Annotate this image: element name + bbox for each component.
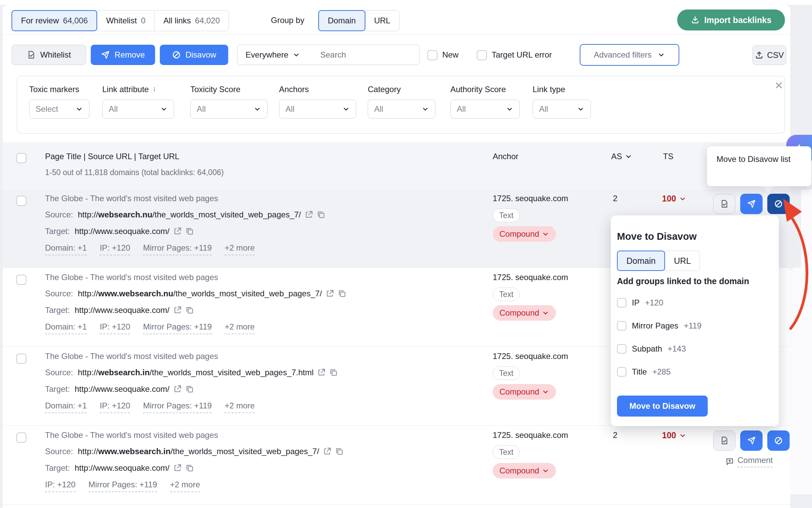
disavow-button[interactable]: Disavow xyxy=(160,45,228,65)
as-value: 2 xyxy=(613,430,617,440)
row-checkbox[interactable] xyxy=(16,196,26,206)
external-link-icon[interactable] xyxy=(173,306,182,315)
source-url[interactable]: http://websearch.nu/the_worlds_most_visi… xyxy=(78,210,301,219)
target-url[interactable]: http://www.seoquake.com/ xyxy=(74,305,169,315)
compound-badge[interactable]: Compound xyxy=(493,226,556,242)
copy-icon[interactable] xyxy=(338,289,346,298)
target-url-error-checkbox[interactable] xyxy=(477,50,487,60)
source-url[interactable]: http://websearch.in/the_worlds_most_visi… xyxy=(78,368,314,377)
group-link-ip[interactable]: IP: +120 xyxy=(100,401,130,413)
link-attribute-select[interactable]: All xyxy=(102,100,174,119)
remove-button[interactable]: Remove xyxy=(91,45,155,65)
anchors-select[interactable]: All xyxy=(279,100,356,119)
link-type-select[interactable]: All xyxy=(533,100,591,119)
close-filters-icon[interactable]: ✕ xyxy=(773,79,785,91)
tab-for-review[interactable]: For review 64,006 xyxy=(12,10,97,31)
copy-icon[interactable] xyxy=(185,385,194,394)
remove-row-button[interactable] xyxy=(740,430,763,451)
external-link-icon[interactable] xyxy=(173,227,182,236)
group-link-ip[interactable]: IP: +120 xyxy=(45,480,76,492)
ts-value[interactable]: 100 xyxy=(662,430,686,440)
ip-checkbox[interactable] xyxy=(617,298,626,308)
info-icon[interactable] xyxy=(151,86,157,92)
tab-all-links[interactable]: All links 64,020 xyxy=(154,10,229,31)
external-link-icon[interactable] xyxy=(173,464,182,472)
target-url[interactable]: http://www.seoquake.com/ xyxy=(74,463,169,473)
target-url-error-label: Target URL error xyxy=(492,50,552,60)
group-link-mirror-pages[interactable]: Mirror Pages: +119 xyxy=(143,243,212,255)
comment-link[interactable]: Comment xyxy=(725,456,773,467)
select-all-checkbox[interactable] xyxy=(16,153,26,163)
row-checkbox[interactable] xyxy=(16,275,26,285)
source-url[interactable]: http://www.websearch.nu/the_worlds_most_… xyxy=(78,289,322,298)
group-link-more[interactable]: +2 more xyxy=(170,480,200,492)
group-link-domain[interactable]: Domain: +1 xyxy=(45,401,87,413)
compound-badge[interactable]: Compound xyxy=(493,463,556,479)
disavow-row-button[interactable] xyxy=(767,430,790,451)
subpath-checkbox[interactable] xyxy=(617,344,626,354)
group-link-more[interactable]: +2 more xyxy=(225,322,255,334)
target-url[interactable]: http://www.seoquake.com/ xyxy=(74,227,169,236)
column-header-as[interactable]: AS xyxy=(611,152,632,161)
group-link-domain[interactable]: Domain: +1 xyxy=(45,322,87,334)
row-checkbox[interactable] xyxy=(16,432,26,443)
copy-icon[interactable] xyxy=(335,447,344,456)
external-link-icon[interactable] xyxy=(317,368,326,377)
compound-badge[interactable]: Compound xyxy=(493,384,556,400)
row-checkbox[interactable] xyxy=(16,354,26,364)
group-link-mirror-pages[interactable]: Mirror Pages: +119 xyxy=(88,480,157,492)
mirror-pages-count: +119 xyxy=(684,321,701,331)
category-select[interactable]: All xyxy=(368,100,435,119)
chevron-down-icon xyxy=(679,432,686,439)
whitelist-button[interactable]: Whitelist xyxy=(12,45,86,65)
target-url[interactable]: http://www.seoquake.com/ xyxy=(74,384,169,394)
csv-export-button[interactable]: CSV xyxy=(752,45,786,65)
toxic-markers-select[interactable]: Select xyxy=(29,100,89,119)
copy-icon[interactable] xyxy=(185,227,194,236)
compound-badge[interactable]: Compound xyxy=(493,305,556,321)
copy-icon[interactable] xyxy=(185,464,194,472)
copy-icon[interactable] xyxy=(185,306,194,315)
group-by-domain[interactable]: Domain xyxy=(318,10,365,31)
search-scope-select[interactable]: Everywhere xyxy=(237,45,308,65)
popup-option-subpath: Subpath +143 xyxy=(617,344,686,354)
disavow-row-button-active[interactable] xyxy=(767,194,790,214)
popup-tab-url[interactable]: URL xyxy=(665,251,700,271)
search-input[interactable] xyxy=(315,50,431,60)
external-link-icon[interactable] xyxy=(304,210,313,219)
sort-chevron-icon xyxy=(625,153,632,160)
chevron-down-icon xyxy=(577,105,584,113)
tab-whitelist[interactable]: Whitelist 0 xyxy=(97,10,154,31)
group-link-more[interactable]: +2 more xyxy=(225,401,255,413)
remove-row-button[interactable] xyxy=(740,194,763,214)
group-by-url[interactable]: URL xyxy=(365,10,400,31)
mirror-pages-checkbox[interactable] xyxy=(617,321,626,331)
whitelist-button-label: Whitelist xyxy=(40,50,71,60)
copy-icon[interactable] xyxy=(329,368,338,377)
external-link-icon[interactable] xyxy=(323,447,332,456)
header-divider xyxy=(3,35,790,35)
group-link-mirror-pages[interactable]: Mirror Pages: +119 xyxy=(143,401,212,413)
popup-move-to-disavow-button[interactable]: Move to Disavow xyxy=(617,396,708,417)
whitelist-row-button[interactable] xyxy=(713,194,735,214)
group-link-mirror-pages[interactable]: Mirror Pages: +119 xyxy=(143,322,212,334)
group-link-domain[interactable]: Domain: +1 xyxy=(45,243,87,255)
whitelist-row-button[interactable] xyxy=(713,430,735,451)
group-link-ip[interactable]: IP: +120 xyxy=(100,243,130,255)
group-link-more[interactable]: +2 more xyxy=(225,243,255,255)
group-link-ip[interactable]: IP: +120 xyxy=(100,322,130,334)
authority-score-select[interactable]: All xyxy=(450,100,520,119)
import-backlinks-button[interactable]: Import backlinks xyxy=(677,9,785,30)
anchors-value: All xyxy=(285,104,295,114)
advanced-filters-button[interactable]: Advanced filters xyxy=(580,44,679,66)
new-checkbox[interactable] xyxy=(427,50,437,60)
external-link-icon[interactable] xyxy=(173,385,182,394)
link-type-label: Link type xyxy=(533,85,565,94)
source-url[interactable]: http://www.websearch.in/the_worlds_most_… xyxy=(78,447,319,456)
ts-value[interactable]: 100 xyxy=(662,194,686,204)
popup-tab-domain[interactable]: Domain xyxy=(617,251,665,271)
toxicity-score-select[interactable]: All xyxy=(190,100,268,119)
title-checkbox[interactable] xyxy=(617,367,626,377)
external-link-icon[interactable] xyxy=(325,289,334,298)
copy-icon[interactable] xyxy=(317,210,325,219)
